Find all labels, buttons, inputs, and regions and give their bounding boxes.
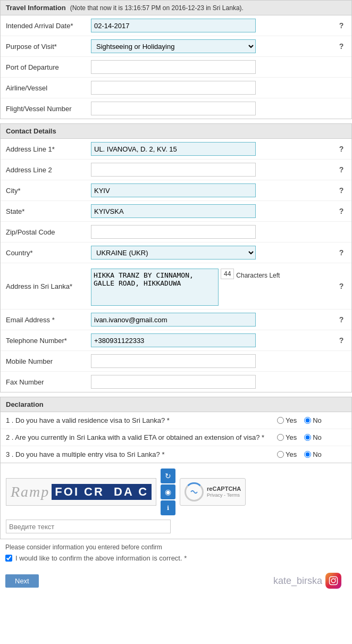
address2-input[interactable] [91,163,256,177]
captcha-controls: ↻ ◉ ℹ [161,469,175,515]
declaration-q2-yes-text: Yes [286,433,297,441]
city-label: City* [6,187,91,195]
srilanka-address-help-icon[interactable]: ? [337,282,346,290]
confirm-note: Please consider information you entered … [5,543,347,551]
address2-field-area [91,163,334,177]
country-help-icon[interactable]: ? [337,248,346,257]
srilanka-address-textarea[interactable]: HIKKA TRANZ BY CINNAMON, GALLE ROAD, HIK… [91,269,219,306]
country-row: Country* UKRAINE (UKR) ? [1,242,351,263]
captcha-section: Ramp FOI CR DA C ↻ ◉ ℹ reCAPTCHA Privacy… [0,463,352,539]
state-input[interactable] [91,204,256,218]
airline-label: Airline/Vessel [6,84,91,92]
travel-form: Intended Arrival Date* ? Purpose of Visi… [0,15,352,119]
purpose-row: Purpose of Visit* Sightseeing or Holiday… [1,36,351,57]
address1-input[interactable] [91,142,256,156]
declaration-q3-yes-text: Yes [286,450,297,458]
declaration-q1-row: 1 . Do you have a valid residence visa t… [1,412,351,429]
char-count-area: 44 Characters Left [221,269,280,279]
captcha-image-box: Ramp FOI CR DA C [6,478,156,506]
declaration-q2-yes-label[interactable]: Yes [277,433,297,441]
captcha-ramp-text: Ramp [11,483,49,500]
fax-row: Fax Number [1,372,351,392]
city-input[interactable] [91,183,256,197]
declaration-q1-radio-group: Yes No [277,416,346,424]
mobile-input[interactable] [91,354,256,368]
declaration-q2-yes-radio[interactable] [277,434,284,441]
telephone-help-icon[interactable]: ? [337,336,346,345]
declaration-q1-yes-radio[interactable] [277,417,284,424]
port-departure-label: Port of Departure [6,63,91,71]
confirm-checkbox[interactable] [5,555,12,562]
footer-brand-area: kate_birska [268,568,347,593]
declaration-q1-yes-label[interactable]: Yes [277,416,297,424]
instagram-icon[interactable] [325,573,341,589]
svg-point-2 [335,578,336,579]
chars-left-label: Characters Left [236,272,280,279]
declaration-q3-no-label[interactable]: No [304,450,322,458]
captcha-info-button[interactable]: ℹ [161,500,175,515]
declaration-q1-text: 1 . Do you have a valid residence visa t… [6,416,272,424]
declaration-q1-no-text: No [313,416,322,424]
contact-form: Address Line 1* ? Address Line 2 ? City*… [0,139,352,392]
recaptcha-circle-icon [185,482,204,501]
purpose-field-area: Sightseeing or Holidaying Business Trans… [91,39,334,53]
zip-input[interactable] [91,225,256,239]
state-row: State* ? [1,201,351,222]
declaration-q2-no-radio[interactable] [304,434,311,441]
declaration-q3-yes-radio[interactable] [277,451,284,458]
confirm-check-row: I would like to confirm the above inform… [5,554,347,562]
flight-input[interactable] [91,102,256,115]
port-departure-input[interactable] [91,60,256,74]
arrival-date-help-icon[interactable]: ? [337,21,346,30]
declaration-header: Declaration [0,397,352,412]
srilanka-address-field-area: HIKKA TRANZ BY CINNAMON, GALLE ROAD, HIK… [91,266,334,306]
airline-input[interactable] [91,81,256,95]
arrival-date-row: Intended Arrival Date* ? [1,15,351,36]
email-help-icon[interactable]: ? [337,315,346,324]
email-field-area [91,313,334,327]
city-help-icon[interactable]: ? [337,186,346,195]
arrival-date-input[interactable] [91,19,256,32]
state-help-icon[interactable]: ? [337,207,346,215]
flight-label: Flight/Vessel Number [6,105,91,113]
footer-row: Next kate_birska [0,566,352,595]
declaration-section: 1 . Do you have a valid residence visa t… [0,412,352,463]
declaration-q3-yes-label[interactable]: Yes [277,450,297,458]
address1-field-area [91,142,334,156]
flight-field-area [91,102,346,115]
port-departure-field-area [91,60,346,74]
captcha-audio-button[interactable]: ◉ [161,484,175,499]
declaration-q3-radio-group: Yes No [277,450,346,458]
declaration-q2-no-label[interactable]: No [304,433,322,441]
declaration-q3-no-radio[interactable] [304,451,311,458]
country-field-area: UKRAINE (UKR) [91,246,334,260]
address1-help-icon[interactable]: ? [337,145,346,153]
fax-input[interactable] [91,375,256,389]
captcha-foi-text: FOI CR DA C [52,484,152,500]
recaptcha-logo-text: reCAPTCHA Privacy - Terms [207,486,241,498]
flight-row: Flight/Vessel Number [1,98,351,119]
state-field-area [91,204,334,218]
declaration-q2-text: 2 . Are you currently in Sri Lanka with … [6,433,272,441]
declaration-q1-no-label[interactable]: No [304,416,322,424]
purpose-select[interactable]: Sightseeing or Holidaying Business Trans… [91,39,256,53]
zip-field-area [91,225,346,239]
telephone-input[interactable] [91,333,256,347]
captcha-refresh-button[interactable]: ↻ [161,469,175,483]
recaptcha-badge: reCAPTCHA Privacy - Terms [180,478,246,506]
email-input[interactable] [91,313,256,327]
captcha-input[interactable] [6,520,171,533]
declaration-q3-text: 3 . Do you have a multiple entry visa to… [6,450,272,458]
telephone-label: Telephone Number* [6,337,91,345]
city-field-area [91,183,334,197]
country-label: Country* [6,249,91,257]
purpose-help-icon[interactable]: ? [337,42,346,51]
next-button[interactable]: Next [5,574,39,588]
declaration-q1-no-radio[interactable] [304,417,311,424]
country-select[interactable]: UKRAINE (UKR) [91,246,256,260]
instagram-svg [329,576,338,586]
arrival-date-label: Intended Arrival Date* [6,22,91,30]
address2-help-icon[interactable]: ? [337,165,346,174]
zip-row: Zip/Postal Code [1,222,351,242]
recaptcha-checkmark-icon [189,487,199,497]
